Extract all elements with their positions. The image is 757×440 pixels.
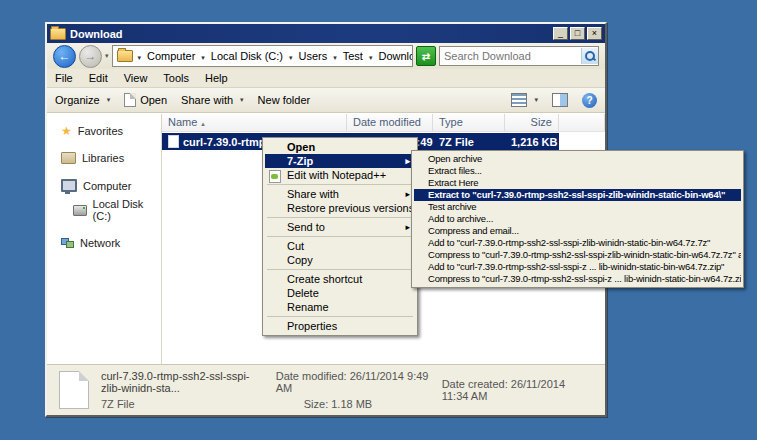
breadcrumb-separator-icon[interactable] xyxy=(366,50,376,62)
share-with-button[interactable]: Share with xyxy=(181,94,244,106)
minimize-button[interactable]: _ xyxy=(553,27,568,40)
column-header-type[interactable]: Type xyxy=(433,114,505,131)
maximize-button[interactable]: □ xyxy=(570,27,585,40)
sidebar-item-libraries[interactable]: Libraries xyxy=(47,149,161,167)
breadcrumb-item-download[interactable]: Download xyxy=(377,50,413,62)
menu-tools[interactable]: Tools xyxy=(163,72,189,84)
menu-edit[interactable]: Edit xyxy=(89,72,108,84)
submenu-test-archive[interactable]: Test archive xyxy=(414,201,741,213)
column-header-stub xyxy=(559,114,605,131)
search-box[interactable] xyxy=(439,46,599,66)
submenu-compress-and-email[interactable]: Compress and email... xyxy=(414,225,741,237)
column-header-size[interactable]: Size xyxy=(505,114,559,131)
breadcrumb-item-users[interactable]: Users xyxy=(297,50,328,62)
breadcrumb-item-test[interactable]: Test xyxy=(342,50,364,62)
details-pane: curl-7.39.0-rtmp-ssh2-ssl-sspi-zlib-wini… xyxy=(47,364,605,415)
file-size: 1,216 KB xyxy=(505,136,559,148)
titlebar[interactable]: Download _ □ × xyxy=(47,24,605,43)
context-menu-share-with[interactable]: Share with xyxy=(265,187,415,201)
submenu-extract-files[interactable]: Extract files... xyxy=(414,165,741,177)
submenu-add-to-7z[interactable]: Add to "curl-7.39.0-rtmp-ssh2-ssl-sspi-z… xyxy=(414,237,741,249)
details-modified-size: Date modified: 26/11/2014 9:49 AM Size: … xyxy=(276,370,430,410)
search-icon[interactable] xyxy=(581,48,598,64)
breadcrumb-separator-icon[interactable] xyxy=(135,50,145,62)
folder-icon xyxy=(117,50,133,62)
sidebar-item-local-disk[interactable]: Local Disk (C:) xyxy=(47,195,161,225)
computer-icon xyxy=(61,179,77,192)
breadcrumb-item-local-disk[interactable]: Local Disk (C:) xyxy=(210,50,284,62)
libraries-icon xyxy=(61,152,76,164)
context-menu-edit-with-notepad[interactable]: Edit with Notepad++ xyxy=(265,168,415,182)
breadcrumb[interactable]: Computer Local Disk (C:) Users Test Down… xyxy=(112,45,413,67)
command-toolbar: Organize Open Share with New folder ? xyxy=(47,88,605,113)
file-type: 7Z File xyxy=(433,136,505,148)
context-menu-rename[interactable]: Rename xyxy=(265,300,415,314)
submenu-open-archive[interactable]: Open archive xyxy=(414,153,741,165)
submenu-compress-to-7z-and-email[interactable]: Compress to "curl-7.39.0-rtmp-ssh2-ssl-s… xyxy=(414,249,741,261)
window-title: Download xyxy=(70,28,551,40)
preview-pane-icon[interactable] xyxy=(552,93,568,107)
submenu-add-to-archive[interactable]: Add to archive... xyxy=(414,213,741,225)
breadcrumb-separator-icon[interactable] xyxy=(198,50,208,62)
column-header-name[interactable]: Name xyxy=(162,114,347,131)
recent-pages-dropdown-icon[interactable]: ▾ xyxy=(105,52,109,60)
network-icon xyxy=(61,238,74,248)
menu-bar: File Edit View Tools Help xyxy=(47,69,605,88)
views-icon xyxy=(511,93,527,107)
document-icon xyxy=(124,93,136,107)
context-menu-send-to[interactable]: Send to xyxy=(265,220,415,234)
submenu-add-to-zip[interactable]: Add to "curl-7.39.0-rtmp-ssh2-ssl-sspi-z… xyxy=(414,261,741,273)
submenu-compress-to-zip-and-email[interactable]: Compress to "curl-7.39.0-rtmp-ssh2-ssl-s… xyxy=(414,273,741,285)
back-button[interactable]: ← xyxy=(53,45,76,68)
context-menu-copy[interactable]: Copy xyxy=(265,253,415,267)
context-menu: Open 7-Zip Edit with Notepad++ Share wit… xyxy=(262,137,418,336)
details-date-created: Date created: 26/11/2014 11:34 AM xyxy=(442,378,593,402)
submenu-extract-here[interactable]: Extract Here xyxy=(414,177,741,189)
context-menu-properties[interactable]: Properties xyxy=(265,319,415,333)
file-icon-large xyxy=(59,371,89,409)
folder-icon xyxy=(50,28,66,40)
disk-icon xyxy=(73,205,87,216)
sidebar-item-network[interactable]: Network xyxy=(47,234,161,252)
column-headers: Name Date modified Type Size xyxy=(162,114,605,132)
7zip-submenu: Open archive Extract files... Extract He… xyxy=(411,150,744,288)
menu-separator xyxy=(267,269,413,270)
desktop: { "colors":{"desktop":"#3a6ea5","titleba… xyxy=(0,0,757,440)
breadcrumb-item-computer[interactable]: Computer xyxy=(146,50,196,62)
context-menu-open[interactable]: Open xyxy=(265,140,415,154)
context-menu-cut[interactable]: Cut xyxy=(265,239,415,253)
details-file-name: curl-7.39.0-rtmp-ssh2-ssl-sspi-zlib-wini… xyxy=(101,370,264,394)
file-icon xyxy=(168,135,179,148)
menu-help[interactable]: Help xyxy=(205,72,228,84)
menu-separator xyxy=(267,236,413,237)
sidebar-item-computer[interactable]: Computer xyxy=(47,176,161,195)
breadcrumb-separator-icon[interactable] xyxy=(330,50,340,62)
star-icon: ★ xyxy=(61,126,72,136)
menu-separator xyxy=(267,316,413,317)
menu-file[interactable]: File xyxy=(55,72,73,84)
details-name-type: curl-7.39.0-rtmp-ssh2-ssl-sspi-zlib-wini… xyxy=(101,370,264,410)
menu-separator xyxy=(267,184,413,185)
context-menu-create-shortcut[interactable]: Create shortcut xyxy=(265,272,415,286)
close-button[interactable]: × xyxy=(587,27,602,40)
organize-button[interactable]: Organize xyxy=(55,94,110,106)
context-menu-7zip[interactable]: 7-Zip xyxy=(265,154,415,168)
refresh-button[interactable]: ⇄ xyxy=(416,46,436,66)
change-view-button[interactable] xyxy=(511,93,538,107)
details-file-type: 7Z File xyxy=(101,398,264,410)
menu-separator xyxy=(267,217,413,218)
forward-button[interactable]: → xyxy=(79,45,102,68)
context-menu-delete[interactable]: Delete xyxy=(265,286,415,300)
menu-view[interactable]: View xyxy=(124,72,148,84)
open-button[interactable]: Open xyxy=(124,93,167,107)
navigation-pane: ★ Favorites Libraries Computer Local Dis… xyxy=(47,114,162,364)
submenu-extract-to-folder[interactable]: Extract to "curl-7.39.0-rtmp-ssh2-ssl-ss… xyxy=(414,189,741,201)
breadcrumb-separator-icon[interactable] xyxy=(286,50,296,62)
sidebar-item-favorites[interactable]: ★ Favorites xyxy=(47,122,161,140)
column-header-date-modified[interactable]: Date modified xyxy=(347,114,433,131)
search-input[interactable] xyxy=(440,50,581,62)
help-icon[interactable]: ? xyxy=(582,93,597,108)
new-folder-button[interactable]: New folder xyxy=(258,94,311,106)
context-menu-restore-previous-versions[interactable]: Restore previous versions xyxy=(265,201,415,215)
details-date-modified: Date modified: 26/11/2014 9:49 AM xyxy=(276,370,430,394)
